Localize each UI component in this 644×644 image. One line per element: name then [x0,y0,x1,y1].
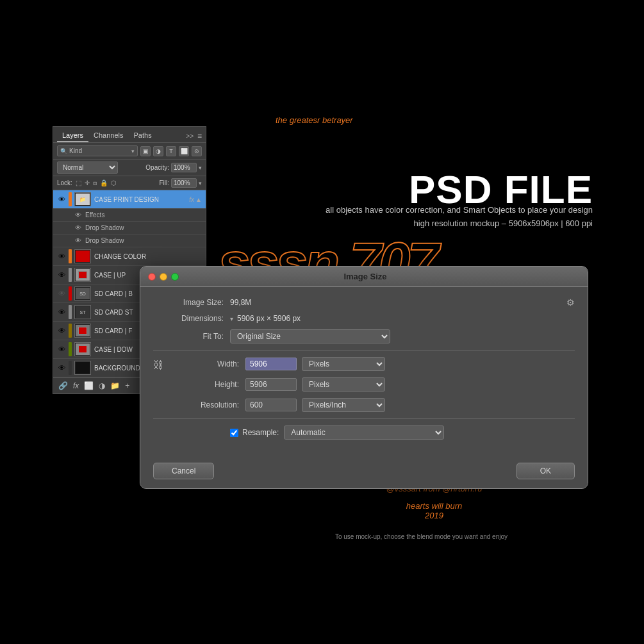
lock-move-icon[interactable]: ✛ [85,179,90,186]
fit-to-label: Fit To: [153,332,230,341]
panel-arrows-icon[interactable]: >> [186,133,194,140]
fx-icon[interactable]: fx [73,381,79,390]
type-filter-icon[interactable]: T [166,146,176,156]
footer-album: hearts will burn [276,501,593,511]
layer-expand-icon[interactable]: ▲ [195,196,202,203]
layer-sdcardst-bar [69,305,72,319]
layer-caseup-eye[interactable]: 👁 [57,270,66,279]
layer-changecolor-thumb [74,249,91,263]
dimensions-label: Dimensions: [153,314,230,323]
tab-channels[interactable]: Channels [88,129,128,142]
fit-to-row: Fit To: Original Size Custom [153,329,575,343]
lock-all-icon[interactable]: ⬡ [111,179,117,186]
layer-fx-label: fx [189,196,194,203]
dialog-body: Image Size: 99,8M ⚙ Dimensions: ▾ 5906 p… [140,287,588,456]
resample-row: Resample: Automatic Preserve Details Bic… [153,425,575,440]
layer-visibility-icon[interactable]: 👁 [57,195,66,204]
layer-casedow-eye[interactable]: 👁 [57,345,66,354]
magnify-icon: 🔍 [60,148,67,154]
description-text: all objects have color correction, and S… [326,204,593,231]
height-label: Height: [169,380,245,389]
blend-mode-select[interactable]: Normal [57,161,118,174]
shape-filter-icon[interactable]: ⬜ [179,146,189,156]
kind-label: Kind [69,147,82,154]
link-chain-icon[interactable]: ⛓ [153,359,163,371]
layer-casedow-thumb [74,342,91,356]
cancel-button[interactable]: Cancel [153,463,214,479]
layer-changecolor-name: CHANGE COLOR [94,253,202,260]
fill-arrow-icon: ▾ [199,180,202,186]
mask-icon[interactable]: ⬜ [84,381,94,390]
pixel-filter-icon[interactable]: ▣ [140,146,151,156]
adjustment-layer-icon[interactable]: ◑ [99,381,105,390]
fill-label: Fill: [159,179,169,186]
fill-input[interactable] [171,178,197,188]
image-size-row: Image Size: 99,8M ⚙ [153,297,575,308]
resolution-input[interactable] [245,399,297,411]
panel-menu-icon[interactable]: ≡ [197,131,202,140]
layer-changecolor-bar [69,249,72,263]
layer-sdcardf-eye[interactable]: 👁 [57,326,66,335]
image-size-dialog: Image Size Image Size: 99,8M ⚙ Dimension… [140,266,588,489]
adjustment-filter-icon[interactable]: ◑ [153,146,163,156]
width-unit-select[interactable]: Pixels Inches Centimeters [302,357,385,371]
sublayer-drop-shadow-2[interactable]: 👁 Drop Shadow [53,235,206,247]
dialog-buttons: Cancel OK [140,456,588,488]
fit-to-select[interactable]: Original Size Custom [230,329,390,343]
footer-year: 2019 [276,511,593,520]
new-group-icon[interactable]: 📁 [110,381,120,390]
width-label: Width: [169,359,245,368]
layer-item-case-print-design[interactable]: 👁 📁 CASE PRINT DESIGN fx ▲ [53,190,206,209]
ok-button[interactable]: OK [516,463,575,479]
layer-casedow-bar [69,342,72,356]
tab-paths[interactable]: Paths [129,129,157,142]
layer-name: CASE PRINT DESIGN [94,196,186,203]
sublayer-dropshadow2-name: Drop Shadow [85,237,124,244]
sublayer-drop-shadow-1[interactable]: 👁 Drop Shadow [53,222,206,235]
new-layer-icon[interactable]: + [125,381,129,390]
footer-note: To use mock-up, choose the blend mode yo… [250,533,593,540]
sublayer-effects[interactable]: 👁 Effects [53,209,206,222]
layer-item-change-color[interactable]: 👁 CHANGE COLOR [53,247,206,266]
kind-arrow-icon: ▾ [131,148,135,154]
layer-sdcardst-eye[interactable]: 👁 [57,308,66,317]
dialog-title: Image Size [151,272,580,281]
smartobj-filter-icon[interactable]: ⊙ [192,146,202,156]
layer-sdcardst-thumb: ST [74,305,91,319]
layer-thumbnail: 📁 [74,192,91,206]
layer-bg-eye[interactable]: 👁 [57,363,66,372]
height-unit-select[interactable]: Pixels Inches Centimeters [302,377,385,392]
lock-artboard-icon[interactable]: ⧈ [93,179,97,187]
layer-changecolor-eye[interactable]: 👁 [57,252,66,261]
resolution-unit-select[interactable]: Pixels/Inch Pixels/Centimeter [302,398,385,412]
width-input[interactable] [245,358,297,370]
dimensions-arrow-icon[interactable]: ▾ [230,315,233,322]
layer-sdcardf-bar [69,324,72,338]
opacity-arrow-icon: ▾ [199,165,202,171]
opacity-input[interactable] [171,163,197,172]
image-size-label: Image Size: [153,298,230,307]
resolution-row: Resolution: Pixels/Inch Pixels/Centimete… [153,398,575,412]
link-layers-icon[interactable]: 🔗 [58,381,68,390]
tab-layers[interactable]: Layers [57,129,88,142]
page-title: the greatesr betrayer [276,115,353,125]
sublayer-visibility-icon[interactable]: 👁 [75,211,83,219]
lock-transparent-icon[interactable]: ⬚ [76,179,81,186]
resample-checkbox[interactable] [230,429,238,437]
layer-color-indicator [69,192,72,206]
sublayer-dropshadow1-icon[interactable]: 👁 [75,224,83,232]
sublayer-name: Effects [85,211,104,219]
lock-position-icon[interactable]: 🔒 [100,179,108,186]
layers-tabs: Layers Channels Paths >> ≡ [53,127,206,143]
resample-label: Resample: [242,428,279,437]
gear-icon[interactable]: ⚙ [566,297,575,308]
resolution-label: Resolution: [169,400,245,409]
layer-sdcardb-thumb: SD [74,286,91,301]
resample-select[interactable]: Automatic Preserve Details Bicubic [284,425,444,440]
kind-search[interactable]: 🔍 Kind ▾ [57,145,138,156]
opacity-label: Opacity: [145,164,169,171]
height-input[interactable] [245,378,297,391]
layer-sdcardb-eye[interactable]: 👁 [57,289,66,298]
blend-opacity-row: Normal Opacity: ▾ [53,160,206,176]
sublayer-dropshadow2-icon[interactable]: 👁 [75,237,83,245]
